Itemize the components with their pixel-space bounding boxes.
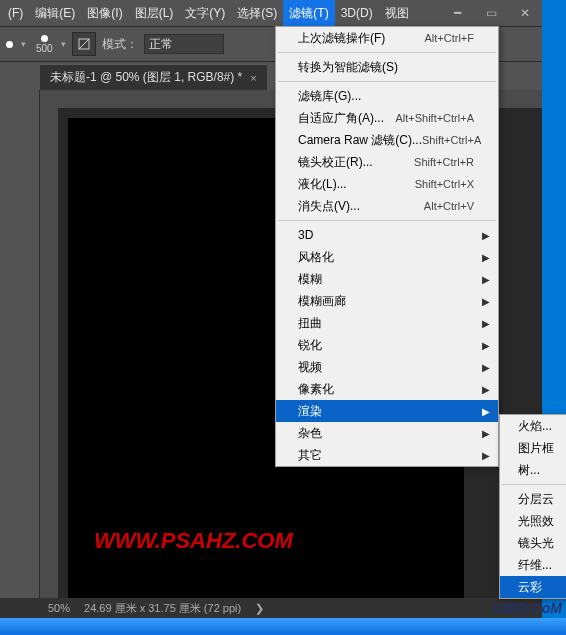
menu-item-label: 滤镜库(G)... bbox=[298, 88, 474, 105]
submenu-item-lens-flare[interactable]: 镜头光 bbox=[500, 532, 566, 554]
menu-item-3d[interactable]: 3D▶ bbox=[276, 224, 498, 246]
status-bar: 50% 24.69 厘米 x 31.75 厘米 (72 ppi) ❯ bbox=[0, 598, 542, 618]
submenu-arrow-icon: ▶ bbox=[482, 318, 490, 329]
menu-item-liquify[interactable]: 液化(L)...Shift+Ctrl+X bbox=[276, 173, 498, 195]
tab-title: 未标题-1 @ 50% (图层 1, RGB/8#) * bbox=[50, 69, 242, 86]
status-arrow-icon[interactable]: ❯ bbox=[255, 602, 264, 615]
submenu-item-clouds[interactable]: 云彩 bbox=[500, 576, 566, 598]
menu-item-video[interactable]: 视频▶ bbox=[276, 356, 498, 378]
submenu-item-lighting-effects[interactable]: 光照效 bbox=[500, 510, 566, 532]
menu-view[interactable]: 视图 bbox=[379, 0, 415, 26]
menu-separator bbox=[502, 484, 566, 485]
menu-file[interactable]: (F) bbox=[2, 0, 29, 26]
submenu-item-picture-frame[interactable]: 图片框 bbox=[500, 437, 566, 459]
submenu-item-tree[interactable]: 树... bbox=[500, 459, 566, 481]
menu-separator bbox=[278, 52, 496, 53]
menu-item-label: 像素化 bbox=[298, 381, 474, 398]
submenu-arrow-icon: ▶ bbox=[482, 296, 490, 307]
menu-separator bbox=[278, 81, 496, 82]
document-dimensions: 24.69 厘米 x 31.75 厘米 (72 ppi) bbox=[84, 601, 241, 616]
menu-item-label: 液化(L)... bbox=[298, 176, 415, 193]
menu-item-label: 3D bbox=[298, 228, 474, 242]
ruler-vertical bbox=[40, 108, 58, 598]
menu-item-sharpen[interactable]: 锐化▶ bbox=[276, 334, 498, 356]
submenu-arrow-icon: ▶ bbox=[482, 450, 490, 461]
menu-item-label: 镜头光 bbox=[518, 535, 554, 552]
window-maximize-icon[interactable]: ▭ bbox=[474, 0, 508, 26]
menu-item-label: 模糊画廊 bbox=[298, 293, 474, 310]
filter-menu: 上次滤镜操作(F) Alt+Ctrl+F 转换为智能滤镜(S) 滤镜库(G)..… bbox=[275, 26, 499, 467]
menu-item-label: 树... bbox=[518, 462, 540, 479]
menu-item-distort[interactable]: 扭曲▶ bbox=[276, 312, 498, 334]
submenu-arrow-icon: ▶ bbox=[482, 230, 490, 241]
menu-type[interactable]: 文字(Y) bbox=[179, 0, 231, 26]
menu-layer[interactable]: 图层(L) bbox=[129, 0, 180, 26]
submenu-arrow-icon: ▶ bbox=[482, 362, 490, 373]
window-close-icon[interactable]: ✕ bbox=[508, 0, 542, 26]
menu-item-label: 自适应广角(A)... bbox=[298, 110, 395, 127]
menu-item-blur[interactable]: 模糊▶ bbox=[276, 268, 498, 290]
menu-select[interactable]: 选择(S) bbox=[231, 0, 283, 26]
chevron-down-icon[interactable]: ▾ bbox=[21, 39, 26, 49]
submenu-item-flame[interactable]: 火焰... bbox=[500, 415, 566, 437]
brush-preview-icon[interactable] bbox=[6, 41, 13, 48]
menu-item-filter-gallery[interactable]: 滤镜库(G)... bbox=[276, 85, 498, 107]
menu-item-adaptive-wide-angle[interactable]: 自适应广角(A)...Alt+Shift+Ctrl+A bbox=[276, 107, 498, 129]
brush-size[interactable]: 500 bbox=[36, 35, 53, 54]
menu-item-blur-gallery[interactable]: 模糊画廊▶ bbox=[276, 290, 498, 312]
menu-item-vanishing-point[interactable]: 消失点(V)...Alt+Ctrl+V bbox=[276, 195, 498, 217]
zoom-level[interactable]: 50% bbox=[48, 602, 70, 614]
menu-item-camera-raw[interactable]: Camera Raw 滤镜(C)...Shift+Ctrl+A bbox=[276, 129, 498, 151]
menu-separator bbox=[278, 220, 496, 221]
menu-image[interactable]: 图像(I) bbox=[81, 0, 128, 26]
menu-item-smart-filter[interactable]: 转换为智能滤镜(S) bbox=[276, 56, 498, 78]
chevron-down-icon[interactable]: ▾ bbox=[61, 39, 66, 49]
menu-item-lens-correction[interactable]: 镜头校正(R)...Shift+Ctrl+R bbox=[276, 151, 498, 173]
menu-item-label: 锐化 bbox=[298, 337, 474, 354]
menu-item-pixelate[interactable]: 像素化▶ bbox=[276, 378, 498, 400]
menu-item-shortcut: Alt+Shift+Ctrl+A bbox=[395, 112, 474, 124]
menu-item-shortcut: Alt+Ctrl+F bbox=[424, 32, 474, 44]
menu-item-shortcut: Alt+Ctrl+V bbox=[424, 200, 474, 212]
menu-item-shortcut: Shift+Ctrl+X bbox=[415, 178, 474, 190]
menu-item-label: 图片框 bbox=[518, 440, 554, 457]
menu-item-label: 模糊 bbox=[298, 271, 474, 288]
menubar: (F) 编辑(E) 图像(I) 图层(L) 文字(Y) 选择(S) 滤镜(T) … bbox=[0, 0, 542, 26]
tab-close-icon[interactable]: × bbox=[250, 72, 256, 84]
menu-item-label: 其它 bbox=[298, 447, 474, 464]
submenu-item-difference-clouds[interactable]: 分层云 bbox=[500, 488, 566, 510]
menu-item-other[interactable]: 其它▶ bbox=[276, 444, 498, 466]
submenu-arrow-icon: ▶ bbox=[482, 406, 490, 417]
menu-item-label: Camera Raw 滤镜(C)... bbox=[298, 132, 422, 149]
render-submenu: 火焰... 图片框 树... 分层云 光照效 镜头光 纤维... 云彩 bbox=[499, 414, 566, 599]
document-tab[interactable]: 未标题-1 @ 50% (图层 1, RGB/8#) * × bbox=[40, 64, 267, 90]
menu-item-stylize[interactable]: 风格化▶ bbox=[276, 246, 498, 268]
blend-mode-select[interactable]: 正常 bbox=[144, 34, 224, 54]
submenu-arrow-icon: ▶ bbox=[482, 274, 490, 285]
submenu-arrow-icon: ▶ bbox=[482, 428, 490, 439]
menu-item-label: 分层云 bbox=[518, 491, 554, 508]
menu-item-label: 光照效 bbox=[518, 513, 554, 530]
window-minimize-icon[interactable]: ━ bbox=[440, 0, 474, 26]
submenu-arrow-icon: ▶ bbox=[482, 340, 490, 351]
menu-item-label: 消失点(V)... bbox=[298, 198, 424, 215]
menu-item-last-filter[interactable]: 上次滤镜操作(F) Alt+Ctrl+F bbox=[276, 27, 498, 49]
submenu-arrow-icon: ▶ bbox=[482, 252, 490, 263]
menu-item-label: 杂色 bbox=[298, 425, 474, 442]
brush-panel-button[interactable] bbox=[72, 32, 96, 56]
menu-edit[interactable]: 编辑(E) bbox=[29, 0, 81, 26]
menu-item-label: 风格化 bbox=[298, 249, 474, 266]
menu-item-noise[interactable]: 杂色▶ bbox=[276, 422, 498, 444]
windows-taskbar[interactable] bbox=[0, 618, 566, 635]
menu-item-label: 云彩 bbox=[518, 579, 542, 596]
menu-item-label: 转换为智能滤镜(S) bbox=[298, 59, 474, 76]
menu-3d[interactable]: 3D(D) bbox=[335, 0, 379, 26]
brush-dot-icon bbox=[41, 35, 48, 42]
menu-item-render[interactable]: 渲染▶ bbox=[276, 400, 498, 422]
site-watermark: UiBQ.CoM bbox=[493, 600, 562, 616]
menu-filter[interactable]: 滤镜(T) bbox=[283, 0, 334, 26]
watermark-text: WWW.PSAHZ.COM bbox=[94, 528, 293, 554]
mode-label: 模式： bbox=[102, 36, 138, 53]
submenu-item-fibers[interactable]: 纤维... bbox=[500, 554, 566, 576]
tools-panel[interactable] bbox=[0, 90, 40, 598]
